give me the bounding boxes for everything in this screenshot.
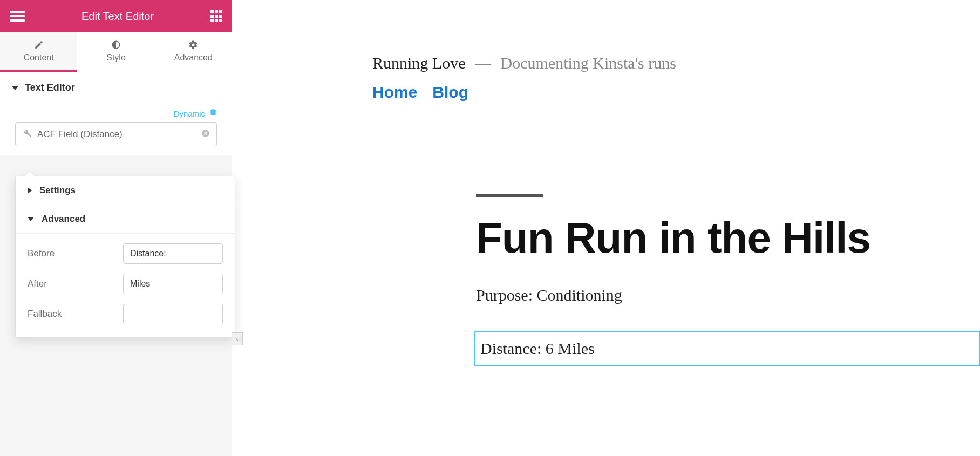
site-tag-dash: — bbox=[475, 54, 491, 72]
fallback-input[interactable] bbox=[123, 304, 223, 324]
after-row: After bbox=[28, 274, 223, 294]
editor-sidebar: Edit Text Editor Content Style Advan bbox=[0, 0, 232, 456]
before-row: Before bbox=[28, 243, 223, 264]
after-input[interactable] bbox=[123, 274, 223, 294]
caret-right-icon bbox=[28, 187, 32, 194]
popover-advanced-title: Advanced bbox=[42, 214, 85, 224]
dynamic-field-value: ACF Field (Distance) bbox=[37, 129, 196, 140]
page-title: Fun Run in the Hills bbox=[476, 213, 870, 263]
tab-style[interactable]: Style bbox=[77, 32, 154, 72]
fallback-row: Fallback bbox=[28, 304, 223, 324]
tab-content[interactable]: Content bbox=[0, 32, 77, 72]
before-input[interactable] bbox=[123, 243, 223, 264]
caret-down-icon bbox=[12, 86, 18, 90]
distance-text: Distance: 6 Miles bbox=[480, 339, 595, 357]
purpose-line: Purpose: Conditioning bbox=[476, 286, 622, 304]
nav-home-link[interactable]: Home bbox=[372, 83, 417, 101]
sidebar-tabs: Content Style Advanced bbox=[0, 32, 232, 72]
tab-advanced-label: Advanced bbox=[174, 53, 213, 63]
chevron-left-icon: ‹ bbox=[236, 335, 239, 343]
site-tagline: Documenting Kinsta's runs bbox=[501, 54, 676, 72]
text-editor-toggle[interactable]: Text Editor bbox=[0, 72, 232, 103]
page-title-rule bbox=[476, 194, 543, 197]
tab-style-label: Style bbox=[106, 53, 126, 63]
tab-content-label: Content bbox=[24, 53, 54, 63]
dynamic-label[interactable]: Dynamic bbox=[174, 109, 205, 118]
site-nav: Home Blog bbox=[372, 83, 948, 101]
menu-icon[interactable] bbox=[10, 11, 25, 22]
before-label: Before bbox=[28, 248, 55, 259]
apps-grid-icon[interactable] bbox=[210, 10, 222, 22]
site-title-row: Running Love — Documenting Kinsta's runs bbox=[372, 54, 948, 72]
dynamic-row: Dynamic bbox=[0, 103, 232, 122]
tab-advanced[interactable]: Advanced bbox=[155, 32, 232, 72]
nav-blog-link[interactable]: Blog bbox=[432, 83, 468, 101]
popover-advanced-toggle[interactable]: Advanced bbox=[16, 205, 235, 234]
site-header: Running Love — Documenting Kinsta's runs… bbox=[264, 54, 948, 101]
dynamic-field-input[interactable]: ACF Field (Distance) bbox=[15, 122, 217, 146]
gear-icon bbox=[188, 40, 198, 50]
database-icon[interactable] bbox=[209, 108, 217, 118]
popover-settings-title: Settings bbox=[39, 185, 76, 196]
wrench-icon bbox=[22, 128, 32, 140]
pencil-icon bbox=[34, 40, 44, 50]
preview-canvas: Running Love — Documenting Kinsta's runs… bbox=[232, 0, 980, 456]
sidebar-title: Edit Text Editor bbox=[81, 10, 154, 23]
dynamic-settings-popover: Settings Advanced Before After Fallback bbox=[15, 176, 235, 338]
after-label: After bbox=[28, 278, 47, 289]
text-editor-section-title: Text Editor bbox=[25, 82, 75, 93]
text-editor-section: Text Editor Dynamic ACF Field (Distance) bbox=[0, 72, 232, 155]
fallback-label: Fallback bbox=[28, 309, 62, 319]
caret-down-icon bbox=[28, 217, 34, 221]
contrast-icon bbox=[111, 40, 121, 50]
selected-text-widget[interactable]: Distance: 6 Miles bbox=[474, 331, 980, 366]
popover-settings-toggle[interactable]: Settings bbox=[16, 176, 235, 205]
popover-advanced-body: Before After Fallback bbox=[16, 234, 235, 337]
collapse-sidebar-button[interactable]: ‹ bbox=[232, 332, 243, 345]
clear-icon[interactable] bbox=[201, 129, 210, 140]
sidebar-header: Edit Text Editor bbox=[0, 0, 232, 32]
site-title: Running Love bbox=[372, 54, 466, 72]
